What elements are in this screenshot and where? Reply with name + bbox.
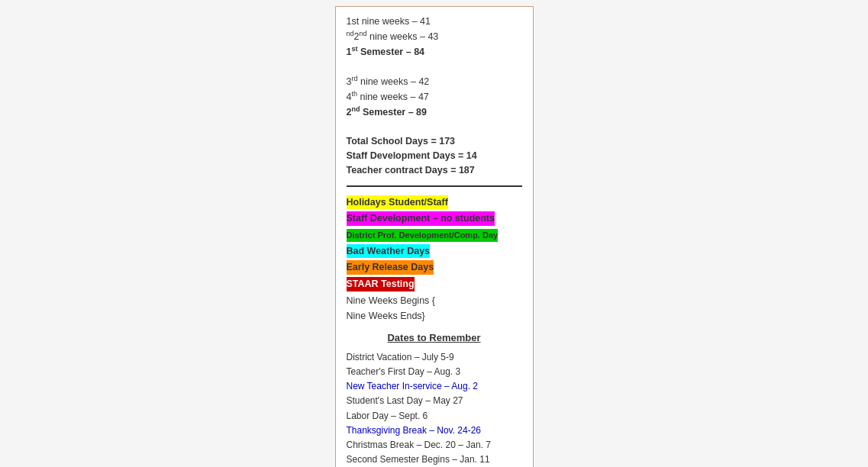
date-student-last: Student's Last Day – May 27 — [347, 394, 522, 408]
content-box: 1st nine weeks – 41 nd2nd nine weeks – 4… — [335, 6, 534, 467]
legend-item-district-prof: District Prof. Development/Comp. Day — [347, 227, 522, 243]
stats-section: 1st nine weeks – 41 nd2nd nine weeks – 4… — [347, 14, 522, 178]
dates-title: Dates to Remember — [347, 330, 522, 346]
stat-row-4: 3rd nine weeks – 42 — [347, 74, 522, 89]
dates-section: Dates to Remember District Vacation – Ju… — [347, 330, 522, 467]
stat-row-8: Staff Development Days = 14 — [347, 149, 522, 163]
stat-row-1: 1st nine weeks – 41 — [347, 14, 522, 29]
legend-item-nine-weeks-end: Nine Weeks Ends} — [347, 308, 522, 324]
stat-row-7: Total School Days = 173 — [347, 134, 522, 149]
date-labor-day: Labor Day – Sept. 6 — [347, 409, 522, 424]
date-second-semester: Second Semester Begins – Jan. 11 — [347, 453, 522, 467]
legend-item-staff-dev: Staff Development – no students — [347, 211, 522, 227]
stat-row-5: 4th nine weeks – 47 — [347, 89, 522, 105]
stat-row-6: 2nd Semester – 89 — [347, 105, 522, 120]
date-district-vacation: District Vacation – July 5-9 — [347, 350, 522, 365]
legend-item-staar: STAAR Testing — [347, 276, 522, 293]
legend-item-early-release: Early Release Days — [347, 259, 522, 276]
legend-item-bad-weather: Bad Weather Days — [347, 243, 522, 260]
legend-item-holidays: Holidays Student/Staff — [347, 195, 522, 211]
divider — [347, 185, 522, 187]
date-teacher-first-day: Teacher's First Day – Aug. 3 — [347, 365, 522, 379]
stat-row-3: 1st Semester – 84 — [347, 44, 522, 60]
stat-row-9: Teacher contract Days = 187 — [347, 163, 522, 178]
date-new-teacher: New Teacher In-service – Aug. 2 — [347, 379, 522, 394]
legend-item-nine-weeks-begin: Nine Weeks Begins { — [347, 293, 522, 308]
stat-row-2: nd2nd nine weeks – 43 — [347, 29, 522, 44]
date-christmas: Christmas Break – Dec. 20 – Jan. 7 — [347, 438, 522, 453]
legend-section: Holidays Student/Staff Staff Development… — [347, 195, 522, 324]
date-thanksgiving: Thanksgiving Break – Nov. 24-26 — [347, 424, 522, 438]
page-wrapper: 1st nine weeks – 41 nd2nd nine weeks – 4… — [0, 0, 868, 467]
